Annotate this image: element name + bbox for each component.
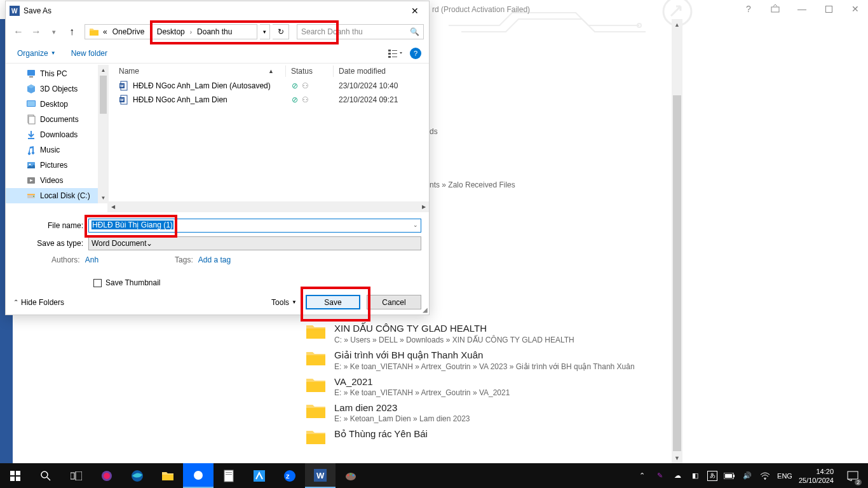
chevron-down-icon: ▼ — [51, 50, 56, 56]
column-name[interactable]: Name ▲ — [114, 67, 285, 76]
sidebar-item-music[interactable]: Music — [6, 142, 107, 158]
back-icon[interactable]: ← — [11, 24, 26, 39]
tray-clock[interactable]: 14:20 25/10/2024 — [799, 467, 834, 485]
recent-folder-item[interactable]: VA_2021 E: » Ke toan_VIETANH » Artrex_Go… — [305, 376, 635, 397]
taskbar-app-word[interactable]: W — [305, 463, 336, 488]
scroll-up-icon[interactable]: ▲ — [672, 19, 682, 30]
svg-rect-11 — [392, 57, 397, 57]
recent-folder-item[interactable]: Bỏ Thùng rác Yên Bái — [305, 428, 635, 446]
column-date[interactable]: Date modified — [334, 67, 429, 76]
file-row[interactable]: W HĐLĐ NGoc Anh_Lam Dien ⊘ ⚇ 22/10/2024 … — [107, 93, 429, 107]
search-input[interactable]: Search Doanh thu 🔍 — [297, 24, 424, 39]
help-icon[interactable]: ? — [740, 0, 757, 18]
new-folder-button[interactable]: New folder — [67, 46, 111, 60]
help-icon[interactable]: ? — [410, 48, 421, 59]
scroll-down-icon[interactable]: ▼ — [672, 452, 682, 463]
start-button[interactable] — [0, 463, 31, 488]
documents-icon — [26, 114, 36, 125]
breadcrumb[interactable]: « OneDrive › Desktop › Doanh thu — [85, 24, 257, 39]
taskbar-app-zalo2[interactable]: Z — [275, 463, 305, 488]
dialog-bottom: ⌃ Hide Folders Tools ▼ Save Cancel — [6, 290, 429, 315]
dialog-close-icon[interactable]: ✕ — [405, 2, 425, 20]
scroll-left-icon[interactable]: ◀ — [107, 201, 118, 212]
hide-folders-button[interactable]: ⌃ Hide Folders — [13, 298, 64, 307]
save-thumbnail-checkbox[interactable] — [93, 279, 102, 287]
tray-language[interactable]: ENG — [777, 472, 792, 480]
svg-rect-10 — [392, 53, 397, 54]
recent-folder-title: Giải trình với BH quận Thanh Xuân — [334, 349, 635, 361]
taskbar-app-edge[interactable] — [122, 463, 153, 488]
taskbar-app-zalo[interactable] — [183, 463, 214, 488]
breadcrumb-item[interactable]: Doanh thu — [196, 27, 233, 36]
sidebar-item-3d-objects[interactable]: 3D Objects — [6, 81, 107, 97]
authors-value[interactable]: Anh — [85, 255, 98, 264]
recent-folder-item[interactable]: Giải trình với BH quận Thanh Xuân E: » K… — [305, 349, 635, 371]
cancel-button[interactable]: Cancel — [367, 295, 421, 309]
tray-wifi-icon[interactable] — [759, 470, 771, 482]
taskbar-app-generic[interactable] — [244, 463, 275, 488]
breadcrumb-item[interactable]: OneDrive — [111, 27, 146, 36]
taskbar-app-copilot[interactable] — [92, 463, 122, 488]
sidebar-item-local-disk[interactable]: Local Disk (C:) — [6, 188, 107, 203]
chevron-down-icon[interactable]: ⌄ — [413, 222, 418, 228]
sidebar-item-this-pc[interactable]: This PC — [6, 66, 107, 81]
tags-value[interactable]: Add a tag — [198, 255, 231, 264]
search-icon: 🔍 — [410, 27, 419, 36]
list-hscrollbar[interactable]: ◀ ▶ — [107, 201, 429, 212]
file-name-input[interactable]: HĐLĐ Bùi Thị Giang (1) ⌄ — [88, 219, 421, 233]
scroll-thumb[interactable] — [673, 95, 681, 451]
save-type-select[interactable]: Word Document ⌄ — [88, 236, 421, 250]
file-name-value: HĐLĐ Bùi Thị Giang (1) — [92, 220, 173, 229]
scroll-right-icon[interactable]: ▶ — [418, 201, 429, 212]
organize-button[interactable]: Organize ▼ — [13, 46, 60, 60]
file-row[interactable]: W HĐLĐ NGoc Anh_Lam Dien (Autosaved) ⊘ ⚇… — [107, 79, 429, 93]
svg-rect-36 — [71, 473, 74, 479]
svg-rect-56 — [733, 475, 735, 477]
tray-volume-icon[interactable]: 🔊 — [742, 470, 753, 482]
breadcrumb-item[interactable]: Desktop — [156, 27, 186, 36]
taskbar-app-explorer[interactable] — [153, 463, 183, 488]
tray-ime-icon[interactable]: あ — [707, 471, 717, 481]
search-button[interactable] — [31, 463, 61, 488]
recent-folder-item[interactable]: XIN DẤU CÔNG TY GLAD HEALTH C: » Users »… — [305, 323, 635, 344]
recent-folder-item[interactable]: Lam dien 2023 E: » Ketoan_Lam Dien » Lam… — [305, 402, 635, 423]
tools-button[interactable]: Tools ▼ — [269, 298, 299, 307]
main-area: This PC 3D Objects Desktop Documents Dow… — [6, 64, 429, 212]
sidebar-item-pictures[interactable]: Pictures — [6, 158, 107, 173]
sidebar-item-downloads[interactable]: Downloads — [6, 127, 107, 142]
tray-overflow-icon[interactable]: ⌃ — [636, 470, 648, 482]
taskbar-app-paint[interactable] — [336, 463, 366, 488]
up-icon[interactable]: ▾ — [46, 24, 62, 39]
notifications-button[interactable]: 2 — [840, 463, 865, 488]
folder-icon — [305, 428, 327, 446]
save-button[interactable]: Save — [306, 295, 360, 309]
sidebar-label: Desktop — [40, 100, 68, 109]
task-view-button[interactable] — [61, 463, 92, 488]
ribbon-options-icon[interactable] — [766, 0, 784, 18]
tray-onedrive-icon[interactable]: ☁ — [672, 470, 683, 482]
folder-icon — [89, 27, 99, 37]
minimize-icon[interactable]: — — [793, 0, 811, 18]
up-one-level-icon[interactable]: ↑ — [64, 24, 79, 39]
scroll-thumb[interactable] — [100, 76, 107, 114]
chevron-down-icon[interactable]: ⌄ — [146, 239, 153, 248]
svg-rect-15 — [27, 101, 35, 106]
tray-feather-icon[interactable]: ✎ — [654, 470, 665, 482]
tray-battery-icon[interactable] — [724, 470, 735, 482]
sidebar-label: Music — [40, 146, 60, 154]
resize-grip-icon[interactable]: ◢ — [423, 306, 428, 313]
maximize-icon[interactable] — [820, 0, 837, 18]
refresh-icon[interactable]: ↻ — [273, 24, 289, 39]
breadcrumb-dropdown-icon[interactable]: ▾ — [260, 24, 270, 39]
view-options-button[interactable] — [386, 46, 405, 60]
sidebar-item-videos[interactable]: Videos — [6, 173, 107, 188]
tray-app-icon[interactable]: ◧ — [689, 470, 701, 482]
backstage-scrollbar[interactable]: ▲ ▼ — [672, 19, 682, 463]
close-icon[interactable]: ✕ — [846, 0, 864, 18]
taskbar-app-notepad[interactable] — [214, 463, 244, 488]
sidebar-item-documents[interactable]: Documents — [6, 112, 107, 127]
chevron-right-icon: › — [189, 29, 193, 36]
column-status[interactable]: Status — [286, 67, 333, 76]
sidebar-item-desktop[interactable]: Desktop — [6, 97, 107, 112]
svg-rect-12 — [27, 70, 35, 76]
